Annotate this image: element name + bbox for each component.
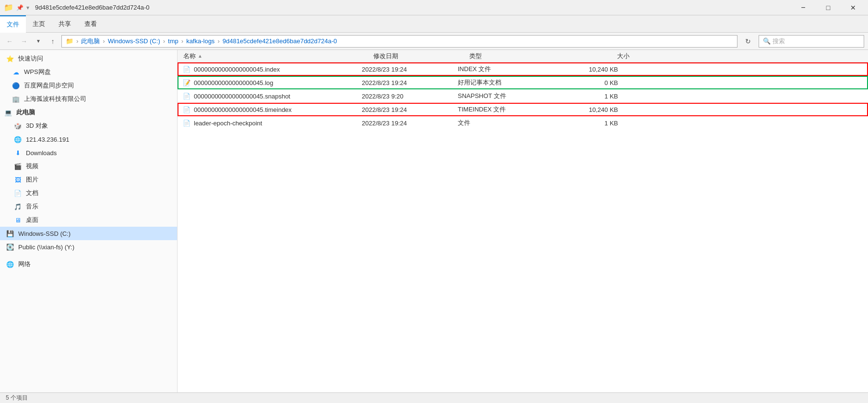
net-drive-red-icon: 💽: [6, 243, 14, 251]
sidebar-item-pictures[interactable]: 🖼 图片: [0, 173, 177, 186]
search-icon: 🔍: [763, 37, 771, 45]
sidebar-label-documents: 文档: [26, 189, 38, 197]
sidebar-label-videos: 视频: [26, 162, 38, 171]
file-date-timeindex: 2022/8/23 19:24: [362, 106, 458, 113]
sidebar-label-network-drive: 121.43.236.191: [26, 136, 69, 143]
column-type[interactable]: 类型: [469, 52, 565, 61]
title-text: 9d481e5cdefe421e8ed6bae7dd2d724a-0: [35, 4, 150, 11]
path-part-pc[interactable]: 此电脑: [81, 37, 100, 46]
file-row-leader[interactable]: 📄 leader-epoch-checkpoint 2022/8/23 19:2…: [178, 116, 868, 130]
sidebar-item-network-drive[interactable]: 🌐 121.43.236.191: [0, 133, 177, 146]
file-type-leader: 文件: [458, 119, 554, 127]
sidebar-label-desktop: 桌面: [26, 216, 38, 224]
file-date-log: 2022/8/23 19:24: [362, 79, 458, 86]
address-bar: ← → ▼ ↑ 📁 › 此电脑 › Windows-SSD (C:) › tmp…: [0, 33, 868, 50]
timeindex-file-icon: 📄: [182, 105, 191, 114]
picture-icon: 🖼: [13, 175, 22, 184]
music-icon: 🎵: [13, 202, 22, 211]
file-name-timeindex: 00000000000000000045.timeindex: [194, 106, 292, 113]
sidebar-item-downloads[interactable]: ⬇ Downloads: [0, 146, 177, 159]
doc-icon: 📄: [13, 189, 22, 197]
ribbon-tab-share[interactable]: 共享: [52, 16, 78, 32]
sidebar-label-quick-access: 快速访问: [18, 54, 43, 63]
wps-icon: ☁: [12, 68, 20, 76]
sidebar-label-company: 上海孤波科技有限公司: [24, 95, 86, 103]
file-date-leader: 2022/8/23 19:24: [362, 120, 458, 127]
nav-forward-button[interactable]: →: [18, 36, 30, 47]
index-file-icon: 📄: [182, 65, 191, 73]
sidebar-item-wps-cloud[interactable]: ☁ WPS网盘: [0, 65, 177, 79]
log-file-icon: 📝: [182, 78, 191, 87]
sidebar-item-music[interactable]: 🎵 音乐: [0, 200, 177, 213]
star-icon: ⭐: [6, 54, 14, 63]
window-close-button[interactable]: ✕: [842, 0, 864, 15]
sidebar-label-pc: 此电脑: [16, 108, 35, 117]
file-row-snapshot[interactable]: 📄 00000000000000000045.snapshot 2022/8/2…: [178, 89, 868, 103]
folder-icon-path: 📁: [66, 37, 73, 45]
status-text: 5 个项目: [6, 394, 28, 402]
windows-drive-icon: 💾: [6, 229, 14, 238]
sidebar-label-wps: WPS网盘: [24, 68, 51, 76]
path-part-folder[interactable]: 9d481e5cdefe421e8ed6bae7dd2d724a-0: [223, 37, 337, 45]
video-icon: 🎬: [13, 162, 22, 171]
sidebar-item-quick-access[interactable]: ⭐ 快速访问: [0, 52, 177, 65]
sidebar-item-network[interactable]: 🌐 网络: [0, 257, 177, 271]
window-maximize-button[interactable]: □: [817, 0, 839, 15]
snapshot-file-icon: 📄: [182, 92, 191, 100]
sidebar-section-pc[interactable]: 💻 此电脑: [0, 106, 177, 119]
sidebar-label-3d: 3D 对象: [26, 122, 48, 130]
sidebar-item-3d[interactable]: 🎲 3D 对象: [0, 119, 177, 133]
file-size-timeindex: 10,240 KB: [554, 106, 626, 113]
file-row-index[interactable]: 📄 00000000000000000045.index 2022/8/23 1…: [178, 62, 868, 76]
desktop-icon: 🖥: [13, 216, 22, 224]
column-size[interactable]: 大小: [565, 52, 637, 61]
file-type-log: 好用记事本文档: [458, 78, 554, 87]
title-folder-icon: 📁: [4, 3, 13, 12]
ribbon-tab-home[interactable]: 主页: [26, 16, 52, 32]
path-part-kafka[interactable]: kafka-logs: [186, 37, 214, 45]
sidebar-label-network: 网络: [18, 260, 31, 269]
status-bar: 5 个项目: [0, 392, 868, 403]
network-globe-icon: 🌐: [6, 260, 14, 269]
sidebar-item-public-drive[interactable]: 💽 Public (\\xian-fs) (Y:): [0, 240, 177, 254]
sidebar-label-pictures: 图片: [26, 175, 38, 184]
sidebar-label-public-drive: Public (\\xian-fs) (Y:): [18, 244, 74, 251]
path-part-tmp[interactable]: tmp: [168, 37, 178, 45]
file-list-header: 名称 ▲ 修改日期 类型 大小: [178, 50, 868, 62]
column-date[interactable]: 修改日期: [373, 52, 469, 61]
ribbon-tab-view[interactable]: 查看: [78, 16, 104, 32]
file-name-snapshot: 00000000000000000045.snapshot: [194, 93, 290, 100]
window-minimize-button[interactable]: −: [792, 0, 814, 15]
address-path[interactable]: 📁 › 此电脑 › Windows-SSD (C:) › tmp › kafka…: [61, 35, 737, 48]
sidebar-item-baidu[interactable]: 🔵 百度网盘同步空间: [0, 79, 177, 92]
path-part-drive[interactable]: Windows-SSD (C:): [108, 37, 160, 45]
sidebar-item-videos[interactable]: 🎬 视频: [0, 159, 177, 173]
sidebar-item-documents[interactable]: 📄 文档: [0, 186, 177, 200]
baidu-icon: 🔵: [12, 81, 20, 90]
sidebar-label-windows-ssd: Windows-SSD (C:): [18, 230, 71, 237]
file-type-snapshot: SNAPSHOT 文件: [458, 92, 554, 100]
file-row-timeindex[interactable]: 📄 00000000000000000045.timeindex 2022/8/…: [178, 103, 868, 116]
file-type-index: INDEX 文件: [458, 65, 554, 73]
leader-file-icon: 📄: [182, 119, 191, 127]
file-size-leader: 1 KB: [554, 120, 626, 127]
3d-icon: 🎲: [13, 122, 22, 130]
file-name-leader: leader-epoch-checkpoint: [194, 120, 262, 127]
ribbon-tab-file[interactable]: 文件: [0, 15, 26, 33]
nav-up-button[interactable]: ↑: [47, 36, 59, 47]
nav-back-button[interactable]: ←: [4, 36, 15, 47]
network-drive-icon: 🌐: [13, 135, 22, 144]
file-size-snapshot: 1 KB: [554, 93, 626, 100]
nav-dropdown-button[interactable]: ▼: [33, 36, 44, 47]
sidebar-label-music: 音乐: [26, 202, 38, 211]
company-icon: 🏢: [12, 95, 20, 103]
file-list: 📄 00000000000000000045.index 2022/8/23 1…: [178, 62, 868, 392]
file-row-log[interactable]: 📝 00000000000000000045.log 2022/8/23 19:…: [178, 76, 868, 89]
sidebar-item-desktop[interactable]: 🖥 桌面: [0, 213, 177, 227]
column-name[interactable]: 名称 ▲: [181, 52, 373, 61]
sidebar-item-windows-ssd[interactable]: 💾 Windows-SSD (C:): [0, 227, 177, 240]
address-refresh-button[interactable]: ↻: [742, 36, 754, 47]
sidebar-item-company[interactable]: 🏢 上海孤波科技有限公司: [0, 92, 177, 106]
title-pin-icon: 📌: [16, 4, 24, 11]
title-separator: ▾: [26, 4, 29, 11]
